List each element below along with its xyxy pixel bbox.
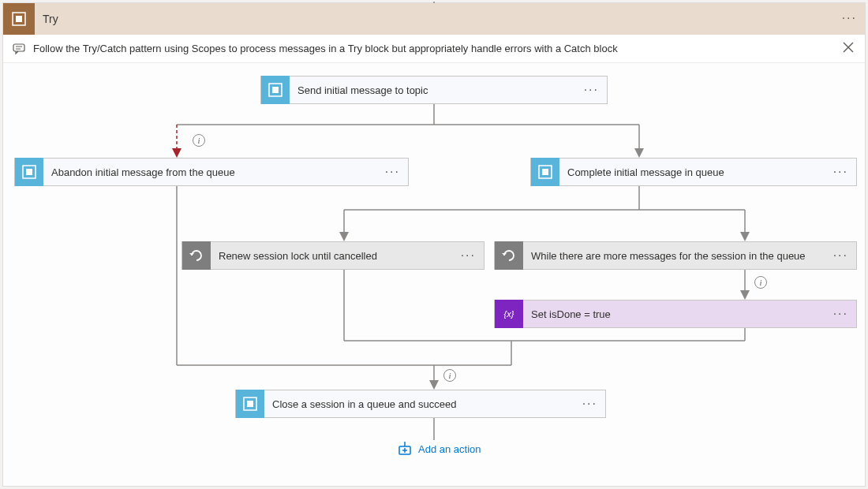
add-action-button[interactable]: Add an action — [398, 442, 481, 456]
servicebus-icon — [531, 158, 559, 186]
node-label: Set isDone = true — [523, 308, 825, 320]
servicebus-icon — [236, 390, 264, 418]
scope-header[interactable]: Try ··· — [3, 3, 865, 35]
svg-text:{x}: {x} — [504, 309, 514, 319]
svg-rect-10 — [272, 87, 279, 93]
info-icon[interactable]: i — [193, 134, 205, 147]
description-text: Follow the Try/Catch pattern using Scope… — [33, 43, 618, 54]
node-menu[interactable]: ··· — [825, 248, 856, 263]
node-label: Send initial message to topic — [290, 84, 576, 96]
servicebus-icon — [261, 76, 290, 104]
svg-marker-23 — [634, 148, 644, 158]
node-label: Complete initial message in queue — [559, 166, 825, 178]
svg-marker-16 — [502, 253, 507, 256]
loop-icon — [182, 241, 211, 270]
node-label: Renew session lock until cancelled — [211, 250, 453, 262]
svg-rect-3 — [16, 16, 22, 22]
node-send-initial[interactable]: Send initial message to topic ··· — [260, 76, 608, 104]
svg-marker-29 — [339, 232, 349, 241]
node-label: While there are more messages for the se… — [523, 250, 825, 262]
svg-rect-4 — [13, 44, 24, 51]
info-icon[interactable]: i — [754, 276, 767, 289]
scope-icon — [3, 3, 35, 35]
node-close-session[interactable]: Close a session in a queue and succeed ·… — [235, 390, 606, 418]
node-menu[interactable]: ··· — [453, 248, 484, 263]
node-set-isdone[interactable]: {x} Set isDone = true ··· — [494, 300, 857, 328]
svg-marker-25 — [172, 148, 181, 158]
node-complete[interactable]: Complete initial message in queue ··· — [530, 158, 857, 186]
svg-marker-41 — [429, 380, 439, 390]
variable-icon: {x} — [495, 300, 523, 328]
node-while[interactable]: While there are more messages for the se… — [494, 241, 857, 270]
node-menu[interactable]: ··· — [825, 165, 856, 179]
node-menu[interactable]: ··· — [576, 83, 607, 97]
close-icon[interactable] — [843, 42, 854, 53]
node-label: Abandon initial message from the queue — [43, 166, 377, 178]
connector-lines — [3, 63, 866, 489]
add-step-icon — [398, 442, 412, 456]
svg-marker-31 — [740, 232, 750, 241]
workflow-canvas: Send initial message to topic ··· Abando… — [3, 63, 865, 486]
svg-marker-15 — [189, 253, 194, 256]
node-label: Close a session in a queue and succeed — [264, 398, 574, 410]
svg-marker-33 — [740, 290, 750, 300]
svg-rect-12 — [26, 169, 32, 175]
svg-rect-14 — [542, 169, 548, 175]
info-icon[interactable]: i — [443, 369, 456, 382]
scope-menu[interactable]: ··· — [842, 11, 857, 25]
description-bar: Follow the Try/Catch pattern using Scope… — [3, 35, 865, 63]
scope-title: Try — [35, 13, 58, 25]
node-abandon[interactable]: Abandon initial message from the queue ·… — [14, 158, 409, 186]
node-renew[interactable]: Renew session lock until cancelled ··· — [181, 241, 485, 270]
node-menu[interactable]: ··· — [574, 397, 605, 411]
loop-icon — [495, 241, 523, 270]
node-menu[interactable]: ··· — [377, 165, 408, 179]
svg-rect-19 — [247, 401, 253, 407]
servicebus-icon — [15, 158, 43, 186]
comment-icon — [13, 43, 25, 55]
add-action-label: Add an action — [418, 443, 481, 455]
node-menu[interactable]: ··· — [825, 307, 856, 321]
